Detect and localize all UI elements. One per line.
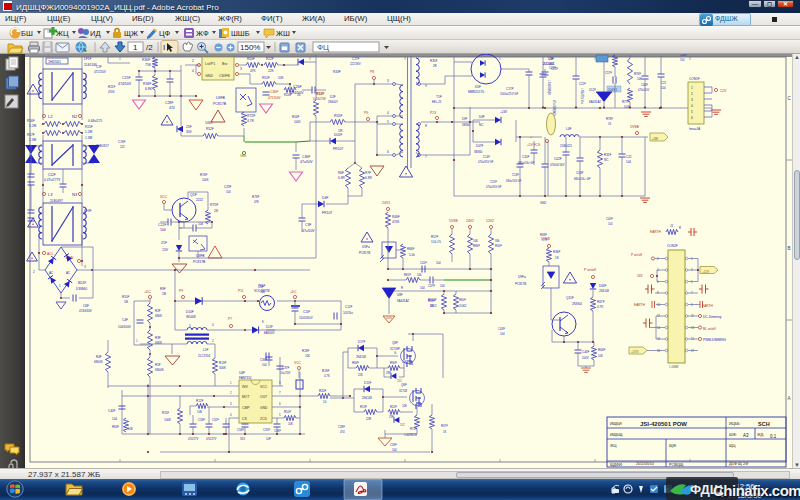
svg-text:1K: 1K xyxy=(443,430,447,434)
svg-text:4.7K: 4.7K xyxy=(324,374,330,378)
svg-text:24V: 24V xyxy=(637,274,644,278)
svg-text:D9F: D9F xyxy=(462,117,468,121)
svg-text:104: 104 xyxy=(500,332,505,336)
svg-text:D17F: D17F xyxy=(358,340,366,344)
svg-text:104: 104 xyxy=(436,261,441,265)
svg-text:470u/25V Vcc: 470u/25V Vcc xyxy=(580,88,584,105)
svg-text:PC817B: PC817B xyxy=(515,282,526,286)
svg-text:Z1F: Z1F xyxy=(161,241,167,245)
svg-text:C28F: C28F xyxy=(165,101,173,105)
svg-text:R6F: R6F xyxy=(338,171,344,175)
svg-text:CON2F: CON2F xyxy=(667,244,678,248)
svg-text:2LB0497: 2LB0497 xyxy=(50,199,63,203)
svg-text:+5V FCS: +5V FCS xyxy=(527,143,540,147)
svg-text:ЖЦ:: ЖЦ: xyxy=(610,444,617,448)
svg-text:4.7K: 4.7K xyxy=(597,305,603,309)
svg-text:C22: C22 xyxy=(626,155,632,159)
svg-text:6.8R: 6.8R xyxy=(365,176,372,180)
svg-text:X31: X31 xyxy=(240,437,245,441)
svg-text:4.7K: 4.7K xyxy=(247,119,255,123)
svg-text:R78F: R78F xyxy=(606,117,613,121)
svg-text:24V2: 24V2 xyxy=(466,219,474,223)
svg-text:104: 104 xyxy=(680,58,685,62)
svg-text:ШЖ:: ШЖ: xyxy=(729,433,737,437)
svg-text:Q6F: Q6F xyxy=(401,383,407,387)
svg-text:P on/off: P on/off xyxy=(631,253,642,257)
svg-text:1M: 1M xyxy=(124,300,129,304)
svg-text:C47F: C47F xyxy=(428,284,435,288)
svg-text:D01F: D01F xyxy=(334,133,342,137)
svg-text:300K: 300K xyxy=(219,366,226,370)
svg-text:C33F: C33F xyxy=(198,418,205,422)
svg-text:1K: 1K xyxy=(555,256,559,260)
svg-text:R50F: R50F xyxy=(247,57,255,61)
svg-text:FR107: FR107 xyxy=(333,147,343,151)
svg-text:ИЩБЩ:: ИЩБЩ: xyxy=(610,433,623,437)
svg-text:22R: 22R xyxy=(366,417,371,421)
svg-text:C40F: C40F xyxy=(108,409,116,413)
svg-text:KA431AZ: KA431AZ xyxy=(589,100,601,104)
svg-text:C5F: C5F xyxy=(258,285,264,289)
svg-text:680u/16+ GF: 680u/16+ GF xyxy=(574,177,591,181)
svg-text:10K: 10K xyxy=(197,410,202,414)
svg-text:R11F: R11F xyxy=(162,411,169,415)
svg-text:104: 104 xyxy=(226,190,231,194)
svg-text:EARTH: EARTH xyxy=(650,230,661,234)
svg-text:R61F: R61F xyxy=(404,273,411,277)
svg-text:3.0K: 3.0K xyxy=(624,105,630,109)
svg-text:R15F: R15F xyxy=(85,125,93,129)
svg-text:680u/16V GF: 680u/16V GF xyxy=(506,179,522,183)
svg-text:I: I xyxy=(163,43,165,52)
svg-text:4: 4 xyxy=(192,69,194,73)
svg-text:P8: P8 xyxy=(370,70,374,74)
svg-text:R10F: R10F xyxy=(284,410,291,414)
svg-text:D6F: D6F xyxy=(479,115,485,119)
svg-text:R71F: R71F xyxy=(410,427,417,431)
svg-text:47u/50V: 47u/50V xyxy=(300,160,313,164)
svg-text:10K: 10K xyxy=(402,360,407,364)
svg-text:T1F: T1F xyxy=(436,95,442,99)
svg-text:C21F: C21F xyxy=(158,223,166,227)
svg-text:R9F: R9F xyxy=(160,287,166,291)
svg-text:L2: L2 xyxy=(48,114,53,119)
svg-text:6.8K: 6.8K xyxy=(145,87,153,91)
svg-text:2R: 2R xyxy=(433,64,437,68)
svg-text:R63F: R63F xyxy=(112,425,119,429)
svg-text:R31F: R31F xyxy=(604,153,612,157)
svg-text:12V2: 12V2 xyxy=(486,219,494,223)
svg-text:SB360: SB360 xyxy=(474,150,483,154)
svg-text:75K: 75K xyxy=(145,63,152,67)
svg-text:C15F: C15F xyxy=(490,180,497,184)
svg-text:L5F: L5F xyxy=(549,57,554,61)
svg-text:104: 104 xyxy=(260,290,265,294)
svg-text:47u/50V: 47u/50V xyxy=(302,229,315,233)
svg-text:Vbb: Vbb xyxy=(240,154,246,158)
svg-text:G: G xyxy=(394,351,396,355)
svg-text:6: 6 xyxy=(387,150,389,154)
svg-text:EARTH: EARTH xyxy=(634,303,645,307)
svg-text:R18F: R18F xyxy=(302,349,310,353)
svg-text:ZCD: ZCD xyxy=(260,417,268,421)
svg-text:BL on/off: BL on/off xyxy=(703,327,716,331)
svg-text:B: B xyxy=(788,246,791,251)
svg-text:BD1F: BD1F xyxy=(78,281,86,285)
svg-text:R19F: R19F xyxy=(322,369,330,373)
svg-text:C39F: C39F xyxy=(390,443,397,447)
svg-text:5VSB: 5VSB xyxy=(630,125,640,129)
svg-text:C22F: C22F xyxy=(579,82,586,86)
svg-text:PC817B: PC817B xyxy=(193,260,206,264)
svg-text:222/1KV: 222/1KV xyxy=(350,62,361,66)
svg-text:R36F: R36F xyxy=(553,250,561,254)
svg-text:10K: 10K xyxy=(288,422,293,426)
svg-text:474: 474 xyxy=(169,106,175,110)
svg-text:104: 104 xyxy=(440,284,445,288)
svg-text:C13F: C13F xyxy=(512,173,519,177)
svg-text:D11F: D11F xyxy=(266,325,273,329)
svg-text:R12F: R12F xyxy=(196,399,204,403)
svg-text:P9: P9 xyxy=(364,111,368,115)
svg-text:R3F: R3F xyxy=(155,336,161,340)
svg-text:6: 6 xyxy=(691,116,693,120)
svg-text:104: 104 xyxy=(420,286,425,290)
svg-text:C57F: C57F xyxy=(605,71,612,75)
svg-text:C02F: C02F xyxy=(554,157,562,161)
